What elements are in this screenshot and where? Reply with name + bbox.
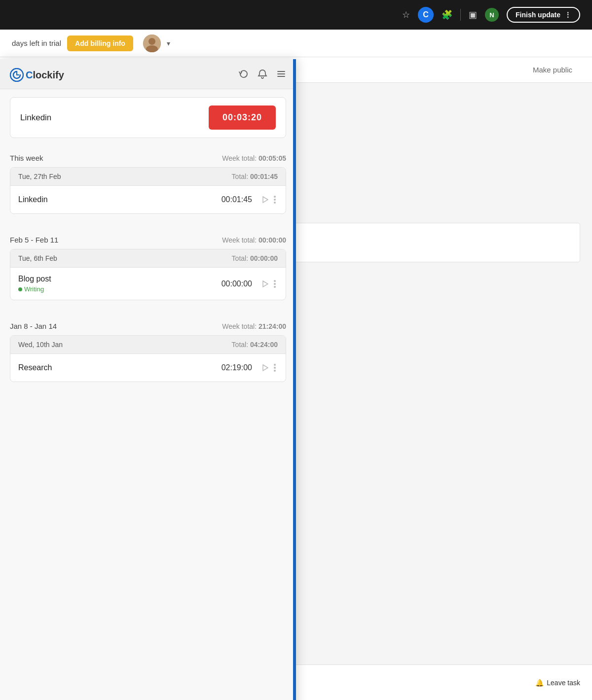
popup-header: Clockify	[0, 59, 296, 89]
more-dot	[274, 202, 276, 204]
play-button-blogpost[interactable]	[258, 277, 272, 291]
divider	[460, 9, 461, 21]
more-button-linkedin-1[interactable]	[272, 194, 278, 206]
jan8-jan14-section: Jan 8 - Jan 14 Week total: 21:24:00 Wed,…	[0, 314, 296, 396]
day-total-tue-27: Total: 00:01:45	[232, 173, 278, 180]
leave-task-button[interactable]: 🔔 Leave task	[535, 679, 580, 687]
finish-update-button[interactable]: Finish update ⋮	[507, 7, 580, 23]
header-actions	[239, 69, 286, 81]
tag-label-writing: Writing	[24, 285, 44, 293]
more-dot	[274, 367, 276, 369]
time-entry-blogpost: Blog post Writing 00:00:00	[10, 268, 286, 300]
time-entry-research: Research 02:19:00	[10, 354, 286, 382]
timer-card: Linkedin 00:03:20	[10, 97, 286, 138]
more-dot	[274, 364, 276, 366]
day-header-tue-6: Tue, 6th Feb Total: 00:00:00	[10, 249, 286, 268]
day-name-tue-6: Tue, 6th Feb	[18, 254, 57, 262]
entry-time-blogpost: 00:00:00	[222, 280, 252, 288]
clockify-popup: Clockify	[0, 59, 296, 700]
entry-time-research: 02:19:00	[222, 363, 252, 372]
day-name-tue-27: Tue, 27th Feb	[18, 173, 61, 180]
play-button-linkedin-1[interactable]	[258, 193, 272, 207]
feb5-feb11-section: Feb 5 - Feb 11 Week total: 00:00:00 Tue,…	[0, 228, 296, 314]
day-name-wed-10: Wed, 10th Jan	[18, 341, 63, 349]
popup-accent-bar	[293, 59, 296, 700]
day-total-6-value: 00:00:00	[250, 254, 278, 262]
add-billing-button[interactable]: Add billing info	[67, 35, 133, 51]
entry-time-linkedin-1: 00:01:45	[222, 195, 252, 204]
menu-icon[interactable]	[276, 69, 286, 81]
this-week-section: This week Week total: 00:05:05 Tue, 27th…	[0, 146, 296, 228]
jan8-week-total: Week total: 21:24:00	[222, 322, 286, 330]
day-group-tue-6: Tue, 6th Feb Total: 00:00:00 Blog post W…	[10, 249, 286, 300]
day-header-wed-10: Wed, 10th Jan Total: 04:24:00	[10, 336, 286, 354]
day-group-tue-27: Tue, 27th Feb Total: 00:01:45 Linkedin 0…	[10, 167, 286, 214]
jan8-total-value: 21:24:00	[259, 322, 286, 330]
avatar-label: N	[489, 11, 494, 19]
leave-task-label: Leave task	[547, 679, 580, 687]
feb5-week-label: Feb 5 - Feb 11	[10, 236, 58, 244]
clockify-logo: Clockify	[10, 68, 64, 82]
days-left-text: days left in trial	[12, 39, 61, 47]
jan8-week-header: Jan 8 - Jan 14 Week total: 21:24:00	[10, 314, 286, 335]
this-week-label: This week	[10, 154, 43, 162]
feb5-total-value: 00:00:00	[259, 236, 286, 244]
more-dot	[274, 286, 276, 288]
this-week-total-text: Week total: 00:05:05	[222, 154, 286, 162]
timer-description[interactable]: Linkedin	[20, 113, 201, 123]
play-button-research[interactable]	[258, 361, 272, 375]
svg-marker-8	[263, 365, 268, 371]
entry-name-linkedin-1: Linkedin	[18, 195, 48, 204]
bell-leave-icon: 🔔	[535, 679, 544, 687]
time-entry-linkedin-1: Linkedin 00:01:45	[10, 186, 286, 213]
day-header-tue-27: Tue, 27th Feb Total: 00:01:45	[10, 168, 286, 186]
sidebar-toggle-icon[interactable]: ▣	[469, 9, 477, 20]
make-public-text[interactable]: Make public	[533, 66, 572, 74]
day-total-wed-10: Total: 04:24:00	[232, 341, 278, 349]
entry-name-research: Research	[18, 363, 52, 372]
more-button-blogpost[interactable]	[272, 278, 278, 290]
more-icon: ⋮	[564, 11, 571, 19]
refresh-icon[interactable]	[239, 69, 249, 81]
svg-marker-6	[263, 197, 268, 203]
entry-info-linkedin-1: Linkedin	[18, 195, 222, 204]
entry-info-blogpost: Blog post Writing	[18, 275, 222, 293]
day-total-wed-value: 04:24:00	[250, 341, 278, 349]
user-dropdown-icon[interactable]: ▾	[167, 39, 170, 47]
puzzle-icon[interactable]: 🧩	[442, 9, 452, 20]
this-week-total-value: 00:05:05	[259, 154, 286, 162]
more-dot	[274, 370, 276, 372]
clockify-logo-text: Clockify	[26, 70, 64, 81]
clockify-logo-icon	[10, 68, 24, 82]
browser-bar: ☆ C 🧩 ▣ N Finish update ⋮	[0, 0, 592, 30]
day-total-tue-6: Total: 00:00:00	[232, 254, 278, 262]
star-icon[interactable]: ☆	[402, 9, 410, 20]
finish-update-label: Finish update	[516, 11, 560, 19]
this-week-header: This week Week total: 00:05:05	[10, 146, 286, 167]
trial-bar: days left in trial Add billing info ▾	[0, 30, 592, 57]
timer-button[interactable]: 00:03:20	[209, 105, 276, 130]
clockify-extension-icon[interactable]: C	[418, 7, 434, 23]
day-group-wed-10: Wed, 10th Jan Total: 04:24:00 Research 0…	[10, 335, 286, 382]
more-dot	[274, 196, 276, 198]
feb5-week-header: Feb 5 - Feb 11 Week total: 00:00:00	[10, 228, 286, 249]
tag-dot-writing	[18, 287, 22, 291]
feb5-week-total: Week total: 00:00:00	[222, 236, 286, 244]
svg-marker-7	[263, 281, 268, 287]
entry-tag-writing: Writing	[18, 285, 222, 293]
entry-name-blogpost: Blog post	[18, 275, 51, 283]
more-dot	[274, 199, 276, 201]
svg-point-10	[148, 38, 155, 45]
more-dot	[274, 280, 276, 282]
more-dot	[274, 283, 276, 285]
main-content: Clockify	[0, 30, 592, 700]
timer-area: Linkedin 00:03:20	[0, 89, 296, 146]
user-avatar-n[interactable]: N	[485, 8, 499, 22]
more-button-research[interactable]	[272, 362, 278, 374]
day-total-value: 00:01:45	[250, 173, 278, 180]
jan8-week-label: Jan 8 - Jan 14	[10, 322, 57, 330]
clockify-name: lockify	[33, 70, 64, 80]
user-avatar	[143, 35, 161, 52]
entry-info-research: Research	[18, 363, 222, 372]
bell-icon[interactable]	[258, 69, 267, 81]
